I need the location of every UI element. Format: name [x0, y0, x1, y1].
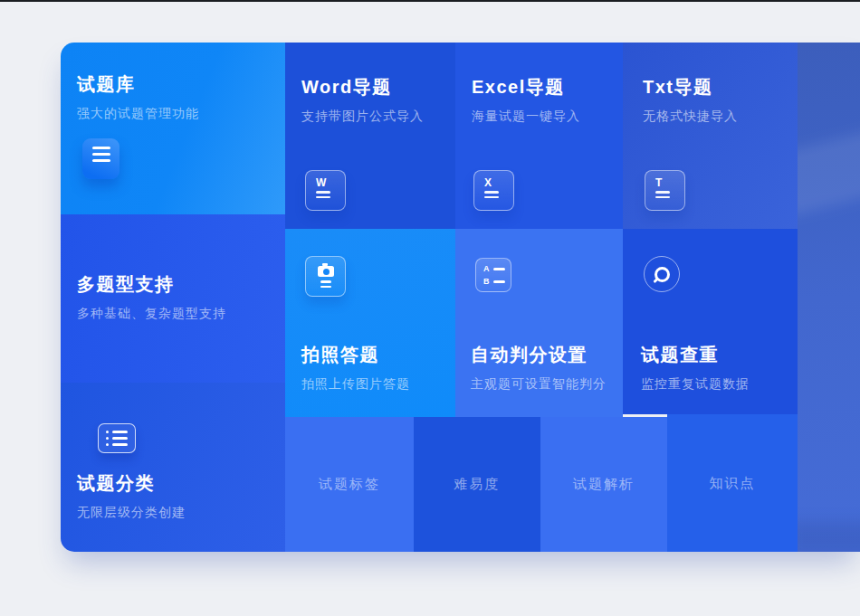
tile-photo-answer[interactable]: 拍照答题 拍照上传图片答题 — [285, 229, 455, 417]
tile-label: 试题标签 — [319, 476, 380, 493]
camera-icon — [305, 256, 346, 297]
tile-knowledge-points[interactable]: 知识点 — [667, 414, 798, 552]
option-a-label: A — [483, 265, 490, 273]
tile-subtitle: 强大的试题管理功能 — [77, 106, 276, 122]
txt-doc-icon: T — [645, 170, 685, 211]
excel-doc-icon: X — [473, 170, 514, 211]
tile-duplicate-check[interactable]: 试题查重 监控重复试题数据 — [623, 229, 798, 414]
ab-options-icon: A B — [475, 258, 511, 292]
tile-question-bank[interactable]: 试题库 强大的试题管理功能 — [61, 43, 285, 214]
tile-title: 试题库 — [77, 72, 276, 97]
tile-label: 试题解析 — [573, 476, 635, 493]
bullet-list-icon — [98, 423, 136, 453]
word-doc-icon: W — [305, 170, 346, 211]
tile-title: 多题型支持 — [77, 272, 276, 297]
tile-title: Txt导题 — [643, 75, 788, 100]
doc-letter: X — [484, 177, 513, 188]
window-top-border — [0, 0, 860, 2]
tile-title: Word导题 — [301, 75, 446, 100]
tile-txt-import[interactable]: Txt导题 无格式快捷导入 T — [623, 43, 798, 229]
tile-title: 自动判分设置 — [471, 343, 614, 367]
feature-tile-grid: 试题库 强大的试题管理功能 Word导题 支持带图片公式导入 W Excel导题… — [61, 43, 860, 552]
tile-subtitle: 监控重复试题数据 — [641, 376, 788, 393]
doc-letter: W — [316, 177, 345, 188]
tile-subtitle: 拍照上传图片答题 — [301, 376, 446, 393]
doc-letter: T — [655, 177, 684, 188]
tile-subtitle: 多种基础、复杂题型支持 — [77, 306, 276, 322]
tile-title: 试题分类 — [77, 471, 276, 496]
magnifier-icon — [644, 256, 680, 292]
tile-subtitle: 海量试题一键导入 — [472, 109, 614, 125]
tile-title: 拍照答题 — [301, 343, 446, 367]
tile-subtitle: 主观题可设置智能判分 — [471, 376, 614, 393]
tile-excel-import[interactable]: Excel导题 海量试题一键导入 X — [455, 43, 623, 229]
tile-label: 难易度 — [454, 476, 501, 493]
tile-title: Excel导题 — [472, 75, 614, 100]
tile-question-tags[interactable]: 试题标签 — [285, 417, 414, 552]
tile-question-category[interactable]: 试题分类 无限层级分类创建 — [61, 383, 285, 552]
tile-subtitle: 支持带图片公式导入 — [301, 109, 446, 125]
tile-difficulty-level[interactable]: 难易度 — [414, 417, 540, 552]
tile-word-import[interactable]: Word导题 支持带图片公式导入 W — [285, 43, 455, 229]
menu-lines-icon — [82, 138, 119, 179]
tile-multi-question-types[interactable]: 多题型支持 多种基础、复杂题型支持 — [61, 214, 285, 383]
tile-subtitle: 无限层级分类创建 — [77, 505, 276, 521]
tile-auto-scoring[interactable]: A B 自动判分设置 主观题可设置智能判分 — [455, 229, 623, 417]
tile-question-analysis[interactable]: 试题解析 — [540, 417, 667, 552]
tile-label: 知识点 — [710, 475, 756, 492]
tile-title: 试题查重 — [641, 343, 788, 367]
background-image-band — [798, 43, 860, 552]
option-b-label: B — [483, 278, 490, 286]
tile-subtitle: 无格式快捷导入 — [643, 109, 788, 125]
